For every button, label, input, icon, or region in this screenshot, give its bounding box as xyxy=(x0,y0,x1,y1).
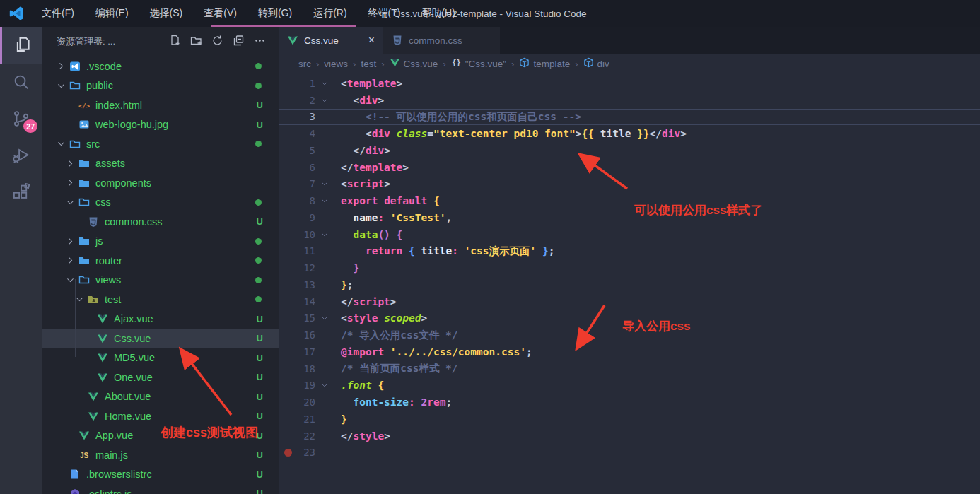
fold-chevron-icon[interactable] xyxy=(315,79,334,88)
tree-item-src[interactable]: src xyxy=(42,134,279,154)
breadcrumb-label: test xyxy=(361,59,376,69)
fold-chevron-icon[interactable] xyxy=(315,180,334,188)
tree-item-label: .vscode xyxy=(86,61,122,72)
git-status-dot xyxy=(255,141,262,147)
collapse-folders-icon[interactable] xyxy=(233,35,245,49)
tree-item-components[interactable]: components xyxy=(42,173,279,193)
tree-item-Ajax.vue[interactable]: Ajax.vueU xyxy=(42,310,279,329)
tree-item-label: Home.vue xyxy=(105,411,151,422)
line-content: </div> xyxy=(334,145,980,156)
tree-item-One.vue[interactable]: One.vueU xyxy=(42,367,279,387)
tree-item-App.vue[interactable]: App.vueU xyxy=(42,426,279,446)
fold-chevron-icon[interactable] xyxy=(315,96,334,105)
tree-item-Home.vue[interactable]: Home.vueU xyxy=(42,406,279,426)
breadcrumb-item-src[interactable]: src xyxy=(298,59,311,69)
close-icon[interactable]: × xyxy=(368,35,375,46)
code-line-17[interactable]: 17@import '../../css/common.css'; xyxy=(279,343,980,360)
code-line-11[interactable]: 11 return { title: 'css演示页面' }; xyxy=(279,243,980,260)
code-line-21[interactable]: 21} xyxy=(279,411,980,428)
code-line-14[interactable]: 14</script> xyxy=(279,293,980,310)
line-content: } xyxy=(334,413,980,425)
breadcrumb-item-views[interactable]: views xyxy=(324,59,348,69)
menu-item[interactable]: 编辑(E) xyxy=(88,4,136,23)
breadcrumb-item-div[interactable]: div xyxy=(583,57,609,70)
code-line-7[interactable]: 7<script> xyxy=(279,176,980,193)
git-status-dot xyxy=(255,257,262,264)
new-file-icon[interactable] xyxy=(169,35,181,49)
tree-item-Css.vue[interactable]: Css.vueU xyxy=(42,329,279,348)
fold-chevron-icon[interactable] xyxy=(315,230,334,239)
tree-item-web-logo-hu.jpg[interactable]: web-logo-hu.jpgU xyxy=(42,115,279,135)
code-line-23[interactable]: 23 xyxy=(279,445,980,461)
code-line-16[interactable]: 16/* 导入公用css文件 */ xyxy=(279,327,980,343)
new-folder-icon[interactable] xyxy=(190,35,202,49)
git-status-dot xyxy=(255,296,262,302)
tree-item-MD5.vue[interactable]: MD5.vueU xyxy=(42,348,279,368)
code-line-22[interactable]: 22</style> xyxy=(279,428,980,445)
menu-item[interactable]: 选择(S) xyxy=(143,4,190,23)
menu-item[interactable]: 文件(F) xyxy=(35,4,81,23)
code-line-12[interactable]: 12 } xyxy=(279,259,980,276)
code-line-4[interactable]: 4 <div class="text-center pd10 font">{{ … xyxy=(279,125,980,142)
code-line-18[interactable]: 18/* 当前页面css样式 */ xyxy=(279,360,980,377)
tree-item-router[interactable]: router xyxy=(42,251,279,271)
activitybar-source-control[interactable]: 27 xyxy=(0,100,42,137)
tree-item-About.vue[interactable]: About.vueU xyxy=(42,387,279,407)
tree-item-css[interactable]: css xyxy=(42,193,279,213)
activitybar-extensions[interactable] xyxy=(0,174,42,211)
chevron-spacer xyxy=(64,430,76,441)
code-line-1[interactable]: 1<template> xyxy=(279,75,980,92)
menu-item[interactable]: 运行(R) xyxy=(306,4,354,23)
code-line-6[interactable]: 6</template> xyxy=(279,159,980,176)
code-line-19[interactable]: 19.font { xyxy=(279,377,980,394)
tree-item-.eslintrc.js[interactable]: .eslintrc.jsU xyxy=(42,484,279,494)
tree-item-test[interactable]: test xyxy=(42,290,279,310)
cube-icon xyxy=(519,57,530,70)
fold-chevron-icon[interactable] xyxy=(315,381,334,389)
code-line-20[interactable]: 20 font-size: 2rem; xyxy=(279,394,980,411)
tree-item-common.css[interactable]: common.cssU xyxy=(42,212,279,232)
line-number: 10 xyxy=(279,229,315,240)
breakpoint-icon[interactable] xyxy=(284,449,292,457)
tree-item-.browserslistrc[interactable]: .browserslistrcU xyxy=(42,465,279,485)
menu-item[interactable]: 帮助(H) xyxy=(414,4,462,23)
code-line-5[interactable]: 5 </div> xyxy=(279,142,980,159)
tree-item-main.js[interactable]: JSmain.jsU xyxy=(42,445,279,465)
menu-item[interactable]: 转到(G) xyxy=(251,4,299,23)
tab-Css.vue[interactable]: Css.vue× xyxy=(279,27,383,54)
tree-item-label: common.css xyxy=(105,216,162,228)
more-actions-icon[interactable] xyxy=(254,35,266,49)
tree-item-.vscode[interactable]: .vscode xyxy=(42,57,279,76)
tree-item-assets[interactable]: assets xyxy=(42,154,279,174)
breadcrumb-item-Css.vue[interactable]: {}"Css.vue" xyxy=(451,57,506,70)
line-number: 12 xyxy=(279,262,315,274)
line-content: </template> xyxy=(334,162,980,173)
code-line-13[interactable]: 13}; xyxy=(279,276,980,293)
code-editor[interactable]: 1<template>2 <div>3 <!-- 可以使用公用的css和页面自己… xyxy=(279,73,980,494)
css3-icon xyxy=(86,216,100,228)
menu-item[interactable]: 终端(T) xyxy=(361,4,408,23)
tree-item-js[interactable]: js xyxy=(42,232,279,252)
chevron-spacer xyxy=(83,333,95,344)
code-line-15[interactable]: 15<style scoped> xyxy=(279,310,980,327)
breadcrumb-item-Css.vue[interactable]: Css.vue xyxy=(390,57,438,70)
code-line-10[interactable]: 10 data() { xyxy=(279,226,980,243)
activitybar-search[interactable] xyxy=(0,64,42,100)
fold-chevron-icon[interactable] xyxy=(315,196,334,205)
tree-item-views[interactable]: views xyxy=(42,271,279,290)
fold-chevron-icon[interactable] xyxy=(315,314,334,322)
refresh-icon[interactable] xyxy=(211,35,223,49)
activitybar-explorer[interactable] xyxy=(0,27,42,64)
code-line-9[interactable]: 9 name: 'CssTest', xyxy=(279,209,980,226)
code-line-2[interactable]: 2 <div> xyxy=(279,92,980,109)
tree-item-public[interactable]: public xyxy=(42,76,279,96)
chevron-right-icon xyxy=(64,255,76,266)
menu-item[interactable]: 查看(V) xyxy=(197,4,244,23)
tree-item-index.html[interactable]: </>index.htmlU xyxy=(42,95,279,115)
tab-common.css[interactable]: common.css xyxy=(383,27,500,54)
breadcrumb-item-template[interactable]: template xyxy=(519,57,570,70)
activitybar-run-debug[interactable] xyxy=(0,137,42,174)
code-line-8[interactable]: 8export default { xyxy=(279,192,980,209)
breadcrumb-item-test[interactable]: test xyxy=(361,59,376,69)
code-line-3[interactable]: 3 <!-- 可以使用公用的css和页面自己css --> xyxy=(279,109,980,126)
